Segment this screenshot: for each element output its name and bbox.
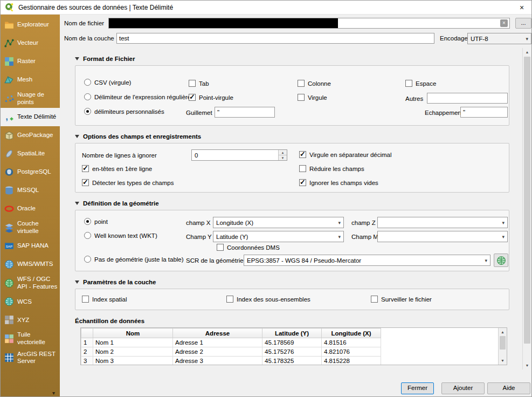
svg-text:SAP: SAP	[6, 244, 12, 248]
detect-types-checkbox[interactable]: Détecter les types de champs	[82, 179, 174, 186]
close-button[interactable]: Fermer	[401, 382, 434, 394]
spinner-value: 0	[195, 152, 198, 159]
section-title: Format de Fichier	[83, 56, 135, 62]
quote-input[interactable]: "	[215, 107, 275, 118]
checkbox-icon	[298, 80, 305, 87]
checkbox-icon	[299, 179, 306, 186]
add-button[interactable]: Ajouter	[441, 382, 485, 394]
vector-icon	[4, 38, 15, 49]
sidebar-item-spatialite[interactable]: SpatiaLite	[1, 145, 60, 163]
sidebar-item-wcs[interactable]: WCS	[1, 292, 60, 311]
trim-fields-checkbox[interactable]: Réduire les champs	[299, 165, 364, 172]
sidebar-item-raster[interactable]: Raster	[1, 52, 60, 71]
browse-button[interactable]: ...	[515, 18, 531, 29]
sidebar-item-oracle[interactable]: Oracle	[1, 200, 60, 218]
section-header-format[interactable]: Format de Fichier	[75, 54, 509, 63]
clear-icon[interactable]: ×	[500, 19, 508, 27]
file-name-input[interactable]: ×	[108, 18, 510, 29]
scroll-content: Format de Fichier CSV (virgule) Délimite…	[60, 48, 522, 369]
sample-data-table-container: Nom Adresse Latitude (Y) Longitude (X) 1…	[80, 327, 507, 365]
scroll-down-icon[interactable]: ▼	[499, 357, 507, 365]
sidebar-item-xyz[interactable]: XYZ	[1, 311, 60, 329]
sidebar-item-postgresql[interactable]: PostgreSQL	[1, 163, 60, 181]
csv-radio[interactable]: CSV (virgule)	[84, 79, 131, 86]
sidebar-item-wfs-ogc-api-features[interactable]: WFS / OGC API - Features	[1, 273, 60, 292]
column-header[interactable]: Longitude (X)	[322, 328, 381, 338]
scroll-up-icon[interactable]: ▲	[523, 48, 531, 56]
column-header[interactable]: Adresse	[173, 328, 262, 338]
sidebar-item-texte-d-limit[interactable]: ,Texte Délimité	[1, 108, 60, 126]
no-geometry-radio[interactable]: Pas de géométrie (juste la table)	[84, 256, 184, 263]
section-header-layer-settings[interactable]: Paramètres de la couche	[75, 278, 509, 286]
main-panel: Nom de fichier × ... Nom de la couche te…	[60, 15, 531, 396]
y-field-select[interactable]: Latitude (Y) ▾	[213, 231, 344, 242]
wkt-radio[interactable]: Well known text (WKT)	[84, 232, 157, 239]
sidebar-item-nuage-de-points[interactable]: Nuage de points	[1, 89, 60, 108]
table-row[interactable]: 2Nom 2Adresse 245.1752764.821076	[81, 347, 381, 357]
column-header[interactable]: Nom	[93, 328, 173, 338]
table-scrollbar[interactable]: ▲ ▼	[498, 328, 507, 365]
sidebar-item-vecteur[interactable]: Vecteur	[1, 34, 60, 52]
spin-down-icon[interactable]: ▼	[279, 155, 287, 160]
table-scrollbar-thumb[interactable]	[500, 336, 506, 350]
window-close-button[interactable]: ×	[512, 1, 531, 15]
sidebar-item-geopackage[interactable]: GeoPackage	[1, 126, 60, 145]
wcs-icon	[4, 296, 15, 307]
regex-delimiter-radio[interactable]: Délimiteur de l'expression régulière	[84, 93, 191, 100]
ignore-empty-checkbox[interactable]: Ignorer les champs vides	[299, 179, 378, 186]
main-scrollbar-thumb[interactable]	[524, 57, 530, 344]
colon-checkbox[interactable]: Colonne	[298, 80, 331, 87]
tab-checkbox[interactable]: Tab	[189, 80, 209, 87]
radio-label: CSV (virgule)	[94, 79, 131, 86]
quote-value: "	[217, 109, 219, 115]
sidebar-item-couche-virtuelle[interactable]: Couche virtuelle	[1, 218, 60, 237]
table-row[interactable]: 3Nom 3Adresse 345.1783254.815228	[81, 357, 381, 366]
layer-name-input[interactable]: test	[116, 33, 434, 44]
sidebar-item-mesh[interactable]: Mesh	[1, 71, 60, 89]
virtual-layer-icon	[4, 222, 15, 233]
sidebar-item-explorateur[interactable]: Explorateur	[1, 16, 60, 34]
point-radio[interactable]: point	[84, 218, 108, 225]
section-header-geometry[interactable]: Définition de la géométrie	[75, 199, 509, 208]
custom-delimiters-radio[interactable]: délimiteurs personnalisés	[84, 108, 164, 115]
crs-select[interactable]: EPSG:3857 - WGS 84 / Pseudo-Mercator ▾	[244, 255, 490, 266]
column-header[interactable]: Latitude (Y)	[262, 328, 322, 338]
window-title: Gestionnaire des sources de données | Te…	[18, 4, 173, 11]
semicolon-checkbox[interactable]: Point-virgule	[189, 94, 233, 101]
sidebar-item-mssql[interactable]: MSSQL	[1, 181, 60, 200]
table-row[interactable]: 1Nom 1Adresse 145.1785694.81516	[81, 338, 381, 347]
x-field-select[interactable]: Longitude (X) ▾	[213, 217, 344, 228]
decimal-comma-checkbox[interactable]: Virgule en séparateur décimal	[299, 151, 392, 158]
dms-checkbox[interactable]: Coordonnées DMS	[217, 244, 280, 251]
z-field-select[interactable]: ▾	[377, 217, 508, 228]
scroll-up-icon[interactable]: ▲	[499, 328, 507, 336]
section-header-records[interactable]: Options des champs et enregistrements	[75, 132, 509, 141]
comma-checkbox[interactable]: Virgule	[298, 94, 327, 101]
crs-picker-button[interactable]	[494, 254, 508, 267]
first-line-headers-checkbox[interactable]: en-têtes en 1ère ligne	[82, 165, 152, 172]
sidebar-item-wms-wmts[interactable]: WMS/WMTS	[1, 255, 60, 273]
help-button[interactable]: Aide	[487, 382, 530, 394]
sidebar-item-arcgis-rest-server[interactable]: ArcGIS REST Server	[1, 348, 60, 367]
others-input[interactable]	[427, 93, 508, 104]
main-scrollbar[interactable]: ▲ ▼	[522, 48, 531, 369]
spin-up-icon[interactable]: ▲	[279, 150, 287, 155]
mssql-icon	[4, 185, 15, 196]
sidebar-item-label: PostgreSQL	[17, 168, 51, 176]
table-cell: Adresse 3	[173, 357, 262, 366]
spatial-index-checkbox[interactable]: Index spatial	[82, 296, 127, 303]
watch-file-checkbox[interactable]: Surveiller le fichier	[371, 296, 432, 303]
sidebar-item-sap-hana[interactable]: SAPSAP HANA	[1, 237, 60, 255]
m-field-select[interactable]: ▾	[377, 231, 508, 242]
spinner-arrows[interactable]: ▲▼	[278, 150, 287, 160]
sidebar-item-tuile-vectorielle[interactable]: Tuile vectorielle	[1, 329, 60, 348]
sample-table[interactable]: Nom Adresse Latitude (Y) Longitude (X) 1…	[81, 328, 381, 365]
space-checkbox[interactable]: Espace	[405, 80, 436, 87]
table-header-row: Nom Adresse Latitude (Y) Longitude (X)	[81, 328, 381, 338]
checkbox-label: Tab	[199, 80, 209, 87]
skip-lines-spinner[interactable]: 0 ▲▼	[191, 149, 287, 161]
combo-value: Latitude (Y)	[216, 234, 248, 240]
subset-index-checkbox[interactable]: Index des sous-ensembles	[226, 296, 310, 303]
encoding-select[interactable]: UTF-8 ▾	[467, 33, 531, 44]
escape-input[interactable]: "	[460, 107, 508, 118]
